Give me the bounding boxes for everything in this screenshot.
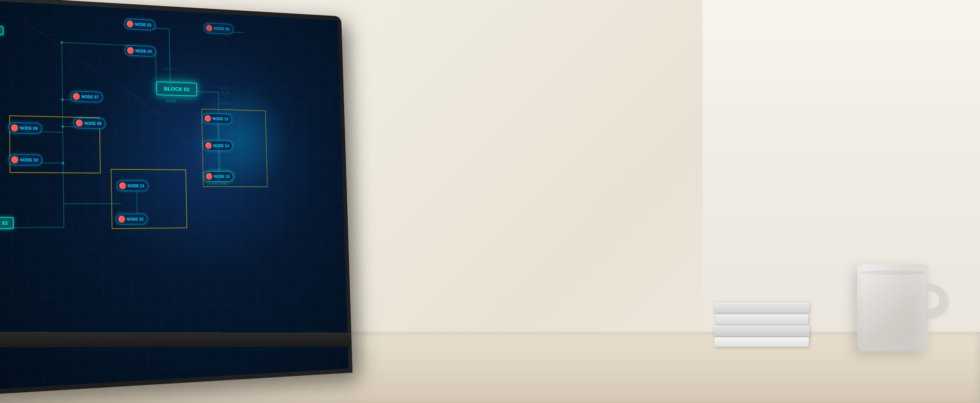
book-2	[715, 314, 808, 325]
book-1	[714, 302, 809, 313]
fade-text-1: objects ▸ ▸ BLOCK ▸ objects ▸ ▸ connects…	[218, 85, 235, 117]
node-12-indicator	[119, 216, 125, 222]
node-14: NODE 14	[203, 140, 233, 151]
svg-line-10	[195, 92, 218, 92]
laptop-base	[0, 332, 352, 348]
node-14-indicator	[205, 142, 212, 149]
svg-point-31	[62, 162, 64, 164]
node-10-indicator	[11, 156, 18, 163]
node-12: NODE 12	[116, 214, 147, 224]
node-11-indicator	[119, 182, 126, 189]
node-08-indicator	[76, 120, 82, 127]
node-09-indicator	[11, 124, 18, 132]
node-11: NODE 11	[117, 180, 149, 191]
svg-line-3	[62, 42, 64, 227]
svg-line-19	[24, 21, 171, 121]
screen-display: NODE 05 NODE 02 NODE 03 NODE 06	[0, 0, 348, 390]
node-15: NODE 15	[203, 171, 234, 181]
svg-line-23	[63, 204, 121, 204]
block-02: BLOCK 02	[156, 81, 197, 96]
node-02-indicator	[127, 21, 133, 28]
laptop-bezel: NODE 05 NODE 02 NODE 03 NODE 06	[0, 0, 348, 390]
node-07-indicator	[73, 93, 80, 100]
block02-overlay-text: objects ▸	[164, 67, 179, 72]
mug	[857, 264, 928, 351]
svg-line-4	[62, 42, 138, 46]
node-03: NODE 03	[124, 45, 156, 57]
node-13-indicator	[205, 115, 211, 122]
node-connectors	[0, 0, 348, 390]
screen-glow	[188, 83, 290, 194]
node-06-indicator	[206, 25, 212, 31]
scene: NODE 05 NODE 02 NODE 03 NODE 06	[0, 0, 980, 403]
book-4	[714, 337, 809, 347]
svg-point-28	[61, 41, 63, 44]
node-06: NODE 06	[204, 23, 234, 34]
block-03: BLOCK 03	[0, 217, 14, 229]
block02-label-fade: BLOCK	[166, 98, 177, 105]
svg-point-29	[61, 99, 64, 101]
mug-container	[857, 264, 928, 351]
node-02: NODE 02	[124, 19, 155, 31]
books-stack	[714, 302, 810, 348]
block-node05: NODE 05	[0, 25, 4, 36]
node-15-name-label: 15 NODE Name	[207, 182, 227, 185]
node-09: NODE 09	[8, 122, 42, 134]
book-3	[714, 325, 810, 336]
svg-point-30	[61, 125, 64, 128]
node-03-indicator	[127, 47, 134, 54]
node-10: NODE 10	[9, 154, 42, 165]
node-08: NODE 08	[73, 118, 105, 129]
node-15-indicator	[206, 173, 212, 180]
node-07: NODE 07	[71, 91, 103, 103]
